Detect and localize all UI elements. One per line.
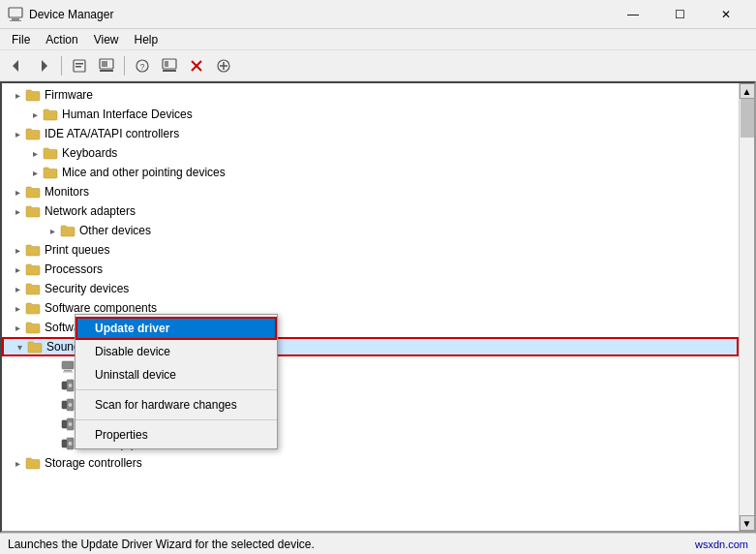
tree-icon-sound <box>27 339 43 354</box>
svg-rect-0 <box>9 8 22 17</box>
context-menu-item-uninstall-device[interactable]: Uninstall device <box>76 363 277 386</box>
svg-point-29 <box>69 403 73 407</box>
svg-marker-3 <box>13 60 18 72</box>
context-menu-separator <box>76 389 277 390</box>
scroll-thumb[interactable] <box>741 99 754 138</box>
scroll-down-button[interactable]: ▼ <box>740 515 755 531</box>
tree-item-ide[interactable]: ▸ IDE ATA/ATAPI controllers <box>2 124 739 143</box>
svg-rect-10 <box>100 70 113 72</box>
svg-rect-27 <box>62 401 67 409</box>
expand-icon-network[interactable]: ▸ <box>10 203 25 219</box>
properties-button[interactable] <box>67 53 92 78</box>
tree-item-keyboards[interactable]: ▸ Keyboards <box>2 143 739 163</box>
expand-icon-other[interactable]: ▸ <box>45 223 60 238</box>
svg-rect-2 <box>10 20 21 21</box>
svg-point-32 <box>69 422 73 426</box>
tree-item-security[interactable]: ▸ Security devices <box>2 279 739 298</box>
close-button[interactable]: ✕ <box>704 0 748 29</box>
tree-item-mice[interactable]: ▸ Mice and other pointing devices <box>2 163 739 182</box>
svg-rect-24 <box>62 382 67 389</box>
tree-item-network[interactable]: ▸ Network adapters <box>2 201 739 221</box>
tree-label-monitors: Monitors <box>45 185 89 199</box>
tree-icon-storage <box>25 455 41 471</box>
context-menu-item-properties[interactable]: Properties <box>76 423 277 446</box>
tree-icon-sub1 <box>60 358 76 374</box>
status-text: Launches the Update Driver Wizard for th… <box>8 538 315 551</box>
expand-icon-sound[interactable]: ▾ <box>12 339 27 354</box>
tree-icon-software-devices <box>25 320 41 335</box>
tree-item-storage[interactable]: ▸ Storage controllers <box>2 453 739 473</box>
context-menu-separator <box>76 419 277 420</box>
add-button[interactable] <box>211 53 236 78</box>
tree-label-mice: Mice and other pointing devices <box>62 166 226 179</box>
window-title: Device Manager <box>29 8 113 21</box>
scroll-up-button[interactable]: ▲ <box>740 83 755 99</box>
tree-icon-other <box>60 223 76 238</box>
expand-icon-mice[interactable]: ▸ <box>27 165 43 180</box>
context-menu-item-disable-device[interactable]: Disable device <box>76 340 277 363</box>
expand-icon-print[interactable]: ▸ <box>10 242 25 258</box>
toolbar-separator-1 <box>61 56 62 76</box>
forward-button[interactable] <box>31 53 56 78</box>
menu-action[interactable]: Action <box>38 31 85 48</box>
expand-icon-sub1[interactable] <box>45 358 60 374</box>
context-menu-item-scan-hardware[interactable]: Scan for hardware changes <box>76 393 277 416</box>
menu-help[interactable]: Help <box>127 31 166 48</box>
tree-icon-monitors <box>25 184 41 200</box>
tree-icon-software <box>25 300 41 316</box>
tree-label-storage: Storage controllers <box>45 456 142 470</box>
tree-item-hid[interactable]: ▸ Human Interface Devices <box>2 105 739 124</box>
tree-view[interactable]: ▸ Firmware▸ Human Interface Devices▸ IDE… <box>2 83 739 531</box>
scan-button[interactable] <box>157 53 182 78</box>
tree-label-ide: IDE ATA/ATAPI controllers <box>45 127 179 140</box>
tree-item-firmware[interactable]: ▸ Firmware <box>2 85 739 105</box>
expand-icon-realtek[interactable] <box>45 436 60 451</box>
tree-item-processors[interactable]: ▸ Processors <box>2 260 739 279</box>
menu-bar: File Action View Help <box>0 29 756 50</box>
expand-icon-hid[interactable]: ▸ <box>27 107 43 122</box>
tree-item-other[interactable]: ▸ Other devices <box>2 221 739 240</box>
expand-icon-ide[interactable]: ▸ <box>10 126 25 141</box>
tree-item-print[interactable]: ▸ Print queues <box>2 240 739 260</box>
expand-icon-storage[interactable]: ▸ <box>10 455 25 471</box>
svg-rect-9 <box>102 61 107 67</box>
tree-item-monitors[interactable]: ▸ Monitors <box>2 182 739 201</box>
tree-icon-network <box>25 203 41 219</box>
expand-icon-security[interactable]: ▸ <box>10 281 25 296</box>
svg-rect-33 <box>62 440 67 447</box>
tree-label-processors: Processors <box>45 262 103 276</box>
tree-icon-galaxy <box>60 378 76 393</box>
back-button[interactable] <box>4 53 29 78</box>
tree-icon-firmware <box>25 87 41 103</box>
maximize-button[interactable]: ☐ <box>657 0 702 29</box>
expand-icon-jbl-go2-stereo[interactable] <box>45 416 60 432</box>
tree-label-keyboards: Keyboards <box>62 146 117 160</box>
expand-icon-jbl-go2-hf[interactable] <box>45 397 60 413</box>
svg-rect-23 <box>63 372 73 373</box>
expand-icon-keyboards[interactable]: ▸ <box>27 145 43 161</box>
context-menu: Update driverDisable deviceUninstall dev… <box>75 314 278 449</box>
tree-icon-jbl-go2-hf <box>60 397 76 413</box>
tree-label-security: Security devices <box>45 282 129 295</box>
update-button[interactable] <box>94 53 119 78</box>
expand-icon-galaxy[interactable] <box>45 378 60 393</box>
minimize-button[interactable]: — <box>611 0 655 29</box>
toolbar-separator-2 <box>124 56 125 76</box>
scrollbar[interactable]: ▲ ▼ <box>739 83 754 531</box>
expand-icon-monitors[interactable]: ▸ <box>10 184 25 200</box>
expand-icon-processors[interactable]: ▸ <box>10 262 25 277</box>
tree-icon-mice <box>43 165 58 180</box>
tree-icon-keyboards <box>43 145 58 161</box>
menu-file[interactable]: File <box>4 31 38 48</box>
tree-label-other: Other devices <box>79 224 151 237</box>
menu-view[interactable]: View <box>86 31 127 48</box>
svg-point-35 <box>69 442 73 446</box>
expand-icon-software[interactable]: ▸ <box>10 300 25 316</box>
svg-rect-14 <box>165 61 168 67</box>
help-button[interactable]: ? <box>130 53 155 78</box>
expand-icon-firmware[interactable]: ▸ <box>10 87 25 103</box>
remove-button[interactable] <box>184 53 209 78</box>
context-menu-item-update-driver[interactable]: Update driver <box>76 317 277 340</box>
expand-icon-software-devices[interactable]: ▸ <box>10 320 25 335</box>
status-bar: Launches the Update Driver Wizard for th… <box>0 533 756 554</box>
